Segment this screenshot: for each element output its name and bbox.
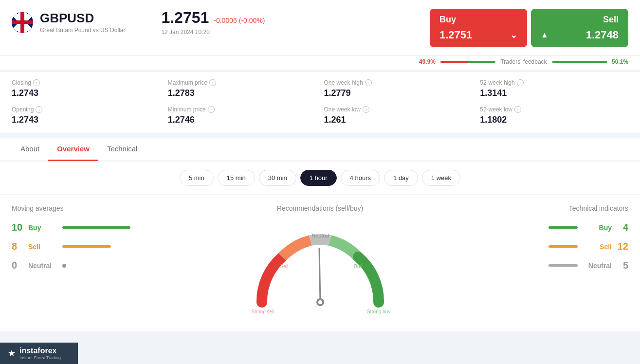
- brand-logo-icon: ★: [8, 348, 16, 359]
- ti-neutral-bar: [549, 264, 578, 267]
- info-icon[interactable]: i: [33, 79, 40, 86]
- header-section: GBPUSD Great Britain Pound vs US Dollar …: [0, 0, 640, 55]
- buy-label: Buy: [439, 15, 517, 25]
- ma-neutral-count: 0: [12, 260, 23, 271]
- stat-max-value: 1.2783: [168, 88, 316, 98]
- ti-buy-row: Buy 4: [502, 222, 628, 233]
- gauge-svg: Neutral Strong sell Sell Buy Strong buy: [247, 227, 393, 314]
- stat-week-high-label: One week high i: [324, 79, 473, 86]
- tab-overview[interactable]: Overview: [48, 138, 98, 161]
- stat-opening: Opening i 1.2743: [12, 106, 160, 125]
- ma-buy-label: Buy: [28, 224, 57, 232]
- feedback-bar-fill-right: [579, 61, 607, 63]
- stat-max-label: Maximum price i: [168, 79, 316, 86]
- brand-text-block: instaforex Instant Forex Trading: [19, 346, 61, 360]
- currency-flag: [12, 12, 33, 33]
- buy-price-row: 1.2751 ⌄: [439, 29, 517, 41]
- period-15min[interactable]: 15 min: [218, 170, 255, 186]
- stat-closing-label: Closing i: [12, 79, 160, 86]
- ti-buy-bar: [549, 226, 578, 229]
- stat-week-low-label: One week low i: [324, 106, 473, 113]
- moving-averages-panel: Moving averages 10 Buy 8 Sell 0 Neutral: [12, 204, 138, 321]
- gauge-section: Recommendations (sell/buy): [148, 204, 492, 321]
- stats-section: Closing i 1.2743 Maximum price i 1.2783 …: [0, 71, 640, 133]
- tab-technical[interactable]: Technical: [98, 138, 146, 161]
- info-icon-min[interactable]: i: [208, 106, 215, 113]
- ma-buy-count: 10: [12, 222, 23, 233]
- tech-indicators-panel: Technical indicators Buy 4 Sell 12 Neutr…: [502, 204, 628, 321]
- sell-button[interactable]: Sell ▲ 1.2748: [531, 9, 628, 47]
- ti-sell-row: Sell 12: [502, 241, 628, 252]
- svg-text:Sell: Sell: [280, 264, 288, 269]
- stat-min-price: Minimum price i 1.2746: [168, 106, 316, 125]
- ma-buy-row: 10 Buy: [12, 222, 138, 233]
- analysis-section: Moving averages 10 Buy 8 Sell 0 Neutral …: [0, 195, 640, 331]
- svg-text:Strong sell: Strong sell: [251, 309, 274, 314]
- period-1hour[interactable]: 1 hour: [300, 170, 337, 186]
- buy-price: 1.2751: [439, 29, 472, 41]
- ma-buy-bar: [62, 226, 130, 229]
- period-section: 5 min 15 min 30 min 1 hour 4 hours 1 day…: [0, 162, 640, 194]
- info-icon-52l[interactable]: i: [514, 106, 521, 113]
- ma-sell-label: Sell: [28, 243, 57, 251]
- svg-text:Strong buy: Strong buy: [366, 309, 390, 314]
- info-icon-wh[interactable]: i: [365, 79, 372, 86]
- footer-brand: ★ instaforex Instant Forex Trading: [0, 343, 78, 364]
- info-icon-52h[interactable]: i: [517, 79, 524, 86]
- period-30min[interactable]: 30 min: [259, 170, 296, 186]
- price-info: 1.2751 -0.0006 (-0.00%) 12 Jan 2024 10:2…: [161, 9, 265, 36]
- stat-opening-value: 1.2743: [12, 115, 160, 125]
- stat-52wk-high-value: 1.3141: [480, 88, 628, 98]
- price-main: 1.2751 -0.0006 (-0.00%): [161, 9, 265, 27]
- ti-buy-label: Buy: [583, 224, 612, 232]
- stat-52wk-high-label: 52-week high i: [480, 79, 628, 86]
- stat-week-high: One week high i 1.2779: [324, 79, 473, 98]
- stat-week-high-value: 1.2779: [324, 88, 473, 98]
- ma-sell-count: 8: [12, 241, 23, 252]
- period-1day[interactable]: 1 day: [384, 170, 418, 186]
- buy-chevron-icon: ⌄: [510, 30, 517, 40]
- pair-description: Great Britain Pound vs US Dollar: [40, 27, 125, 34]
- tabs-section: About Overview Technical: [0, 138, 640, 161]
- sell-chevron-icon: ▲: [541, 31, 549, 39]
- ma-neutral-row: 0 Neutral: [12, 260, 138, 271]
- ma-neutral-dot: [62, 264, 66, 268]
- feedback-bar-container: 49.9% Traders' feedback 50.1%: [0, 55, 640, 70]
- period-1week[interactable]: 1 week: [422, 170, 460, 186]
- ma-sell-bar: [62, 245, 111, 248]
- info-icon-max[interactable]: i: [209, 79, 216, 86]
- svg-line-0: [319, 249, 320, 302]
- feedback-bar-wrapper: 49.9% Traders' feedback 50.1%: [419, 58, 628, 65]
- stat-52wk-high: 52-week high i 1.3141: [480, 79, 628, 98]
- brand-name: instaforex: [19, 346, 61, 355]
- ti-neutral-label: Neutral: [583, 262, 612, 270]
- stat-week-low-value: 1.261: [324, 115, 473, 125]
- pair-info: GBPUSD Great Britain Pound vs US Dollar …: [12, 9, 265, 36]
- stat-opening-label: Opening i: [12, 106, 160, 113]
- price-datetime: 12 Jan 2024 10:20: [161, 29, 209, 36]
- info-icon-wl[interactable]: i: [363, 106, 369, 113]
- sell-percentage: 50.1%: [612, 58, 628, 65]
- buy-button[interactable]: Buy 1.2751 ⌄: [430, 9, 527, 47]
- ti-neutral-row: Neutral 5: [502, 260, 628, 271]
- info-icon-open[interactable]: i: [36, 106, 42, 113]
- svg-text:Neutral: Neutral: [311, 233, 329, 238]
- ma-sell-row: 8 Sell: [12, 241, 138, 252]
- svg-text:Buy: Buy: [354, 264, 362, 269]
- sell-price-row: ▲ 1.2748: [541, 29, 619, 41]
- period-4hours[interactable]: 4 hours: [341, 170, 380, 186]
- pair-name-block: GBPUSD Great Britain Pound vs US Dollar: [40, 11, 125, 34]
- ti-neutral-count: 5: [617, 260, 628, 271]
- stat-week-low: One week low i 1.261: [324, 106, 473, 125]
- stat-max-price: Maximum price i 1.2783: [168, 79, 316, 98]
- ma-neutral-label: Neutral: [28, 262, 57, 270]
- tech-indicators-title: Technical indicators: [502, 204, 628, 212]
- feedback-bar-fill: [440, 61, 468, 63]
- svg-point-2: [318, 300, 322, 304]
- ti-buy-count: 4: [617, 222, 628, 233]
- buy-percentage: 49.9%: [419, 58, 436, 65]
- tab-about[interactable]: About: [12, 138, 48, 161]
- stat-min-value: 1.2746: [168, 115, 316, 125]
- period-5min[interactable]: 5 min: [180, 170, 214, 186]
- stat-min-label: Minimum price i: [168, 106, 316, 113]
